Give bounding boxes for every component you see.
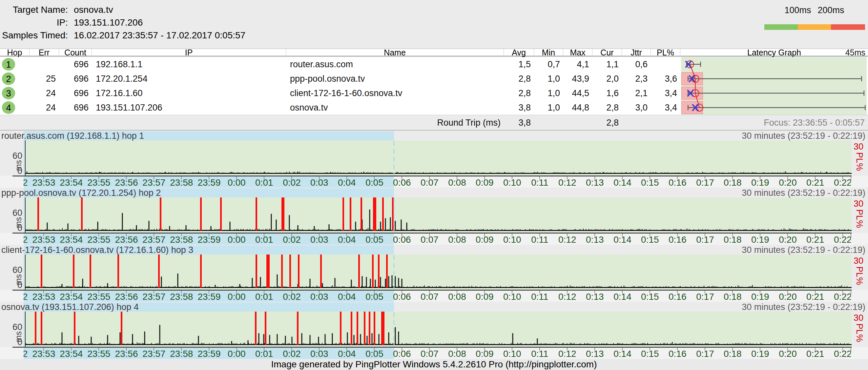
time-tick xyxy=(815,290,815,294)
graph-block-hop-4: osnova.tv (193.151.107.206) hop 430 minu… xyxy=(0,302,868,359)
time-tick xyxy=(457,234,457,237)
time-tick xyxy=(512,234,513,237)
time-tick xyxy=(622,234,623,237)
time-tick-label: 23:52 xyxy=(24,178,28,188)
time-tick-labels: 23:5223:5323:5423:5523:5623:5723:5823:59… xyxy=(24,290,851,302)
latency-timeline-plot[interactable] xyxy=(25,141,851,176)
time-tick-labels: 23:5223:5323:5423:5523:5623:5723:5823:59… xyxy=(24,347,851,359)
time-tick xyxy=(484,290,485,294)
cell-pl: 3,6 xyxy=(651,71,680,86)
cell-cur: 1,1 xyxy=(592,57,622,71)
latency-mini-chart[interactable] xyxy=(681,57,867,115)
time-tick xyxy=(705,177,705,179)
y-axis-zero-label: 0 xyxy=(0,280,22,290)
time-tick xyxy=(650,290,650,294)
time-tick xyxy=(457,348,457,351)
time-tick xyxy=(429,234,430,237)
time-tick xyxy=(236,290,237,294)
time-tick xyxy=(346,348,347,351)
column-header-jttr[interactable]: Jttr xyxy=(622,49,651,56)
pl-scale-unit: PL% xyxy=(854,323,864,342)
cell-avg: 2,8 xyxy=(504,86,534,100)
time-tick xyxy=(264,234,265,237)
time-tick xyxy=(815,177,815,179)
time-tick xyxy=(705,234,705,237)
column-header-cur[interactable]: Cur xyxy=(592,49,622,56)
cell-err: 24 xyxy=(30,100,59,115)
pingplotter-export: Target Name: osnova.tv IP: 193.151.107.2… xyxy=(0,0,868,370)
time-tick-label: 23:52 xyxy=(24,291,28,302)
time-tick xyxy=(319,177,319,179)
x-axis-line xyxy=(12,290,851,290)
column-header-pl[interactable]: PL% xyxy=(651,49,680,56)
time-tick xyxy=(43,177,44,179)
graph-title: osnova.tv (193.151.107.206) hop 4 xyxy=(1,302,139,312)
latency-scale-label: 45ms xyxy=(845,49,865,56)
time-tick xyxy=(291,348,292,351)
ip-label: IP: xyxy=(0,18,68,28)
time-axis: 23:5223:5323:5423:5523:5623:5723:5823:59… xyxy=(0,176,868,188)
column-header-err[interactable]: Err xyxy=(30,49,59,56)
samples-timed-label: Samples Timed: xyxy=(0,30,68,41)
time-tick xyxy=(71,234,71,237)
cell-cur: 1,6 xyxy=(592,86,622,100)
column-header-count[interactable]: Count xyxy=(59,49,92,56)
latency-timeline-plot[interactable] xyxy=(25,254,851,290)
time-tick xyxy=(732,348,733,351)
cell-max: 44,5 xyxy=(563,86,592,100)
cell-avg: 1,5 xyxy=(504,57,534,71)
table-header-row: HopErrCountIPNameAvgMinMaxCurJttrPL%Late… xyxy=(0,49,868,56)
cell-jttr: 2,1 xyxy=(622,86,651,100)
time-tick xyxy=(760,290,761,294)
time-tick xyxy=(43,290,44,294)
time-tick xyxy=(622,348,623,351)
y-axis-max-label: 60 xyxy=(0,265,22,275)
legend-color-bar xyxy=(764,24,865,30)
time-tick xyxy=(842,290,843,294)
time-tick xyxy=(402,234,402,237)
pl-scale-value: 30 xyxy=(854,142,863,152)
time-tick xyxy=(760,177,761,179)
time-tick xyxy=(264,290,265,294)
time-axis: 23:5223:5323:5423:5523:5623:5723:5823:59… xyxy=(0,347,868,359)
cell-cur: 2,8 xyxy=(592,100,622,115)
legend-segment-amber xyxy=(798,24,831,30)
round-trip-label: Round Trip (ms) xyxy=(356,115,501,130)
hop-number-badge: 2 xyxy=(2,72,15,85)
column-header-avg[interactable]: Avg xyxy=(504,49,534,56)
time-tick xyxy=(346,290,347,294)
time-tick xyxy=(594,177,595,179)
time-tick xyxy=(567,177,567,179)
time-tick xyxy=(181,177,182,179)
column-header-ip[interactable]: IP xyxy=(92,49,286,56)
time-tick xyxy=(650,234,650,237)
latency-timeline-plot[interactable] xyxy=(25,197,851,233)
pl-scale-value: 30 xyxy=(854,256,863,266)
time-tick xyxy=(760,348,761,351)
time-tick xyxy=(98,348,99,351)
time-tick xyxy=(815,348,815,351)
cell-ip: 172.16.1.60 xyxy=(92,86,286,100)
latency-timeline-plot[interactable] xyxy=(25,312,851,347)
time-tick xyxy=(154,290,154,294)
time-tick xyxy=(264,177,265,179)
y-axis-zero-label: 0 xyxy=(0,223,22,233)
column-header-min[interactable]: Min xyxy=(534,49,563,56)
hop-number-badge: 1 xyxy=(2,58,15,70)
time-tick xyxy=(622,290,623,294)
time-tick xyxy=(319,234,319,237)
column-header-name[interactable]: Name xyxy=(286,49,504,56)
column-header-latency-graph[interactable]: Latency Graph xyxy=(680,49,868,56)
column-header-hop[interactable]: Hop xyxy=(0,49,30,56)
column-header-max[interactable]: Max xyxy=(563,49,592,56)
graph-duration-label: 30 minutes (23:52:19 - 0:22:19) xyxy=(742,188,865,197)
time-tick xyxy=(154,234,154,237)
time-tick xyxy=(594,348,595,351)
cell-cur: 2,0 xyxy=(592,71,622,86)
time-tick xyxy=(842,348,843,351)
time-tick xyxy=(677,290,678,294)
time-tick xyxy=(429,348,430,351)
legend-label-200ms: 200ms xyxy=(817,5,844,16)
time-tick xyxy=(209,177,209,179)
time-tick xyxy=(209,348,209,351)
